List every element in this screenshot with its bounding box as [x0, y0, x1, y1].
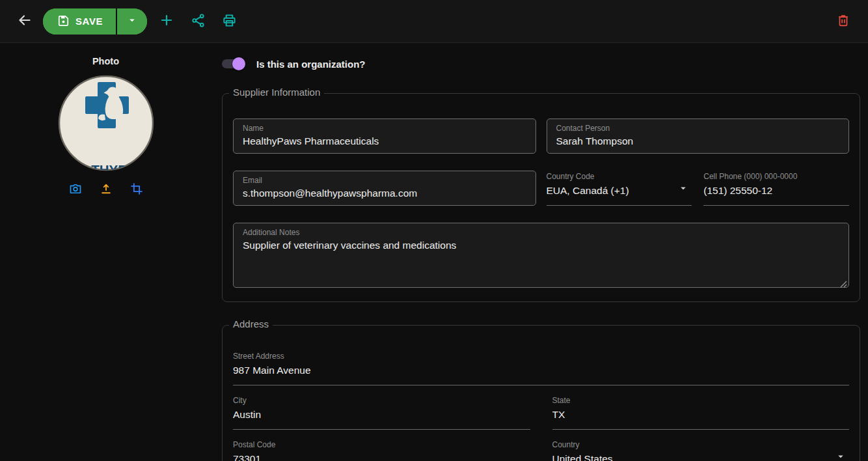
name-label: Name	[243, 124, 526, 133]
street-address-label: Street Address	[233, 352, 849, 361]
supplier-information-section: Supplier Information Name HealthyPaws Ph…	[222, 93, 860, 302]
contact-person-label: Contact Person	[556, 124, 840, 133]
email-label: Email	[243, 176, 526, 185]
form-panel: Is this an organization? Supplier Inform…	[211, 43, 868, 461]
camera-icon	[69, 182, 82, 197]
country-code-select[interactable]: Country Code EUA, Canadá (+1)	[547, 171, 692, 206]
upload-icon	[100, 182, 113, 197]
address-legend: Address	[229, 318, 273, 329]
textarea-resize-handle[interactable]	[840, 279, 847, 286]
save-options-button[interactable]	[116, 8, 147, 35]
additional-notes-field[interactable]: Additional Notes Supplier of veterinary …	[233, 223, 849, 288]
content: Photo HEALTHYPA	[0, 43, 868, 461]
city-field[interactable]: City Austin	[233, 395, 530, 430]
arrow-left-icon	[17, 12, 33, 30]
street-address-field[interactable]: Street Address 987 Main Avenue	[233, 350, 849, 385]
add-button[interactable]	[151, 6, 182, 37]
photo-actions	[0, 180, 211, 199]
organization-toggle-row: Is this an organization?	[222, 56, 860, 72]
country-select[interactable]: Country United States	[552, 439, 850, 461]
address-section: Address Street Address 987 Main Avenue C…	[222, 325, 860, 461]
crop-icon	[130, 182, 143, 197]
save-button-label: SAVE	[75, 16, 103, 27]
city-value: Austin	[233, 408, 530, 421]
country-code-label: Country Code	[547, 172, 692, 181]
postal-code-label: Postal Code	[233, 440, 530, 449]
back-button[interactable]	[9, 6, 40, 37]
share-icon	[191, 13, 206, 30]
state-field[interactable]: State TX	[552, 395, 850, 430]
postal-code-value: 73301	[233, 453, 530, 461]
photo-title: Photo	[0, 56, 211, 66]
dropdown-arrow-icon	[835, 451, 847, 461]
city-label: City	[233, 396, 530, 405]
plus-icon	[159, 12, 174, 30]
organization-toggle-label: Is this an organization?	[256, 59, 366, 70]
additional-notes-label: Additional Notes	[243, 228, 839, 237]
photo-panel: Photo HEALTHYPA	[0, 43, 211, 461]
save-button[interactable]: SAVE	[43, 8, 116, 35]
supplier-photo-avatar[interactable]: HEALTHYPAWS PHARMACEUTICALS	[58, 75, 154, 171]
country-label: Country	[552, 440, 850, 449]
cell-phone-value: (151) 25550-12	[703, 184, 849, 197]
contact-person-value: Sarah Thompson	[556, 135, 840, 148]
email-field[interactable]: Email s.thompson@healthypawspharma.com	[233, 171, 536, 206]
contact-person-field[interactable]: Contact Person Sarah Thompson	[547, 119, 850, 154]
chevron-down-icon	[126, 14, 138, 28]
organization-toggle[interactable]	[222, 59, 245, 68]
print-icon	[222, 13, 237, 30]
supplier-information-legend: Supplier Information	[229, 87, 324, 98]
state-value: TX	[552, 408, 850, 421]
name-value: HealthyPaws Pharmaceuticals	[243, 135, 526, 148]
delete-button[interactable]	[828, 6, 859, 37]
trash-icon	[836, 13, 850, 29]
country-code-value: EUA, Canadá (+1)	[547, 184, 629, 197]
state-label: State	[552, 396, 850, 405]
take-photo-button[interactable]	[63, 180, 88, 199]
country-value: United States	[552, 453, 613, 461]
cell-phone-field[interactable]: Cell Phone (000) 000-0000 (151) 25550-12	[703, 171, 849, 206]
print-button[interactable]	[213, 6, 245, 37]
toggle-thumb	[232, 57, 245, 70]
dropdown-arrow-icon	[677, 182, 689, 197]
toolbar: SAVE	[0, 0, 868, 43]
crop-photo-button[interactable]	[124, 180, 149, 199]
postal-code-field[interactable]: Postal Code 73301	[233, 439, 530, 461]
cell-phone-label: Cell Phone (000) 000-0000	[703, 172, 849, 181]
additional-notes-value: Supplier of veterinary vaccines and medi…	[243, 239, 839, 252]
save-icon	[57, 14, 70, 29]
logo-wordmark: HEALTHYPAWS	[58, 162, 154, 171]
email-value: s.thompson@healthypawspharma.com	[243, 187, 526, 200]
save-split-button: SAVE	[43, 8, 147, 35]
name-field[interactable]: Name HealthyPaws Pharmaceuticals	[233, 119, 536, 154]
share-button[interactable]	[182, 6, 213, 37]
upload-photo-button[interactable]	[94, 180, 118, 199]
street-address-value: 987 Main Avenue	[233, 364, 849, 377]
